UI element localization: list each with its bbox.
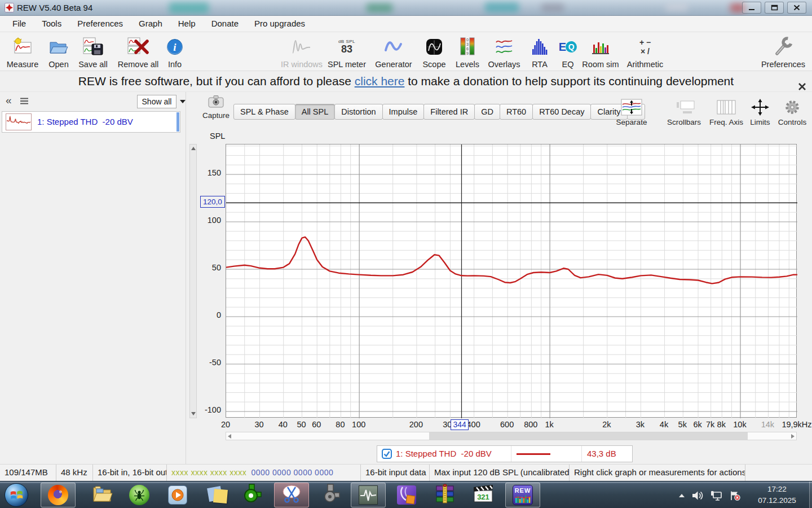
horizontal-scrollbar[interactable] <box>226 432 797 440</box>
preferences-button[interactable]: Preferences <box>756 33 810 69</box>
taskbar-item-ultraedit[interactable] <box>389 483 424 507</box>
taskbar-item-sticky-notes[interactable] <box>197 483 232 507</box>
svg-text:0: 0 <box>466 38 469 42</box>
taskbar-item-media-player[interactable] <box>160 483 195 507</box>
separate-button[interactable]: Separate <box>608 94 655 126</box>
measurement-item[interactable]: 1: Stepped THD -20 dBV <box>2 111 180 133</box>
clock[interactable]: 17:2207.12.2025 <box>745 484 809 506</box>
clock-date: 07.12.2025 <box>745 495 809 506</box>
action-center-flag-icon[interactable] <box>730 491 741 503</box>
taskbar-item-rew[interactable]: REW <box>505 483 540 507</box>
status-bit-pattern: xxxx xxxx xxxx xxxx 0000 0000 0000 0000 <box>167 465 361 481</box>
status-segment: 16-bit input data <box>361 465 430 481</box>
separate-icon <box>620 97 643 118</box>
volume-icon[interactable] <box>691 491 704 503</box>
toolbar-label: Generator <box>375 59 412 69</box>
arithmetic-icon: + −× / <box>639 34 651 59</box>
measurement-thumbnail <box>6 113 32 130</box>
gray-tool-icon <box>321 483 341 507</box>
y-tick-label: 50 <box>195 263 221 272</box>
scrollbars-icon <box>672 97 696 118</box>
menu-item-tools[interactable]: Tools <box>34 16 69 32</box>
taskbar-item-snipping-tool[interactable] <box>274 483 309 507</box>
overlays-icon <box>493 34 515 59</box>
window-title: REW V5.40 Beta 94 <box>17 3 92 12</box>
spl-graph-plot-area[interactable] <box>226 144 797 418</box>
y-tick-label: 0 <box>195 310 221 319</box>
status-segment: Right click graph or measurements for ac… <box>570 465 745 481</box>
rew-app-icon: REW <box>513 485 533 505</box>
menu-item-donate[interactable]: Donate <box>204 16 246 32</box>
menu-item-file[interactable]: File <box>5 16 34 32</box>
frequency-cursor-value: 344 <box>451 419 468 430</box>
tab-rt60-decay[interactable]: RT60 Decay <box>532 104 591 120</box>
taskbar-item-waveform-app[interactable] <box>351 483 386 507</box>
scroll-left-icon[interactable] <box>228 434 231 439</box>
y-tick-label: -100 <box>195 405 221 414</box>
close-button[interactable] <box>787 2 806 14</box>
x-tick-label: 1k <box>529 420 569 429</box>
taskbar-item-media-player-321[interactable]: 321 <box>466 483 501 507</box>
controls-gear-icon <box>783 97 802 118</box>
toolbar-label: EQ <box>562 59 574 69</box>
collapse-panel-icon[interactable]: « <box>6 94 12 107</box>
trace-visibility-checkbox[interactable] <box>382 449 392 461</box>
tab-all-spl[interactable]: All SPL <box>295 104 336 120</box>
ir-windows-icon <box>290 34 313 59</box>
tab-rt60[interactable]: RT60 <box>500 104 533 120</box>
graph-button-label: Separate <box>616 118 647 126</box>
folder-explorer-icon <box>91 484 113 506</box>
wrench-icon <box>772 34 795 59</box>
legend-divider <box>511 446 511 462</box>
x-tick-label: 100 <box>339 420 378 429</box>
minimize-button[interactable] <box>742 2 761 14</box>
taskbar-item-firefox[interactable] <box>41 483 76 507</box>
info-button[interactable]: iInfo <box>148 33 202 69</box>
taskbar-item-explorer[interactable] <box>85 483 120 507</box>
toolbar-label: IR windows <box>281 59 323 69</box>
taskbar-item-winrar[interactable] <box>427 483 462 507</box>
scrollbar-thumb[interactable] <box>429 432 748 440</box>
measurement-menu-icon[interactable] <box>19 97 29 107</box>
taskbar-item-gray-tool[interactable] <box>314 483 348 507</box>
tab-distortion[interactable]: Distortion <box>334 104 382 120</box>
tab-impulse[interactable]: Impulse <box>382 104 425 120</box>
network-icon[interactable] <box>710 491 723 503</box>
tab-filtered-ir[interactable]: Filtered IR <box>423 104 475 120</box>
graph-button-label: Limits <box>750 118 770 126</box>
menu-item-help[interactable]: Help <box>170 16 204 32</box>
graph-tab-bar: SPL & PhaseAll SPLDistortionImpulseFilte… <box>233 104 645 120</box>
show-desktop-button[interactable] <box>809 481 812 508</box>
donation-link[interactable]: click here <box>355 75 405 87</box>
scroll-right-icon[interactable] <box>791 434 795 439</box>
spl-cursor-value: 120,0 <box>200 196 225 208</box>
scrollbars-button[interactable]: Scrollbars <box>660 94 708 126</box>
chevron-down-icon[interactable] <box>180 100 186 103</box>
show-hidden-icons-icon[interactable] <box>679 494 685 497</box>
spl-meter-button[interactable]: dB SPL83SPL meter <box>320 33 374 69</box>
measurements-panel: « Show all 1: Stepped THD -20 dBV <box>0 92 186 464</box>
arithmetic-button[interactable]: + −× /Arithmetic <box>618 33 672 69</box>
start-button[interactable] <box>5 483 28 507</box>
menu-item-pro-upgrades[interactable]: Pro upgrades <box>246 16 313 32</box>
y-axis-zoom-strip[interactable] <box>189 144 197 418</box>
media-player-icon <box>168 485 187 505</box>
status-bar: 109/147MB48 kHz16-bit in, 16-bit outxxxx… <box>0 464 812 481</box>
taskbar-item-green-valve[interactable] <box>235 483 270 507</box>
save-all-icon <box>82 34 104 59</box>
maximize-button[interactable] <box>765 2 784 14</box>
menu-item-preferences[interactable]: Preferences <box>69 16 131 32</box>
capture-button[interactable]: Capture <box>201 94 231 126</box>
controls-button[interactable]: Controls <box>769 94 812 126</box>
show-all-dropdown[interactable]: Show all <box>137 95 176 108</box>
graph-button-label: Scrollbars <box>667 118 701 126</box>
tab-gd[interactable]: GD <box>474 104 500 120</box>
status-segment: Max input 120 dB SPL (uncalibrated) <box>430 465 570 481</box>
legend-line-sample <box>517 453 550 455</box>
menu-item-graph[interactable]: Graph <box>131 16 170 32</box>
selection-indicator <box>176 112 179 132</box>
taskbar-item-spider[interactable] <box>122 483 157 507</box>
scroll-up-icon[interactable] <box>191 147 196 150</box>
snipping-tool-icon <box>281 484 302 506</box>
tab-spl-phase[interactable]: SPL & Phase <box>233 104 295 120</box>
